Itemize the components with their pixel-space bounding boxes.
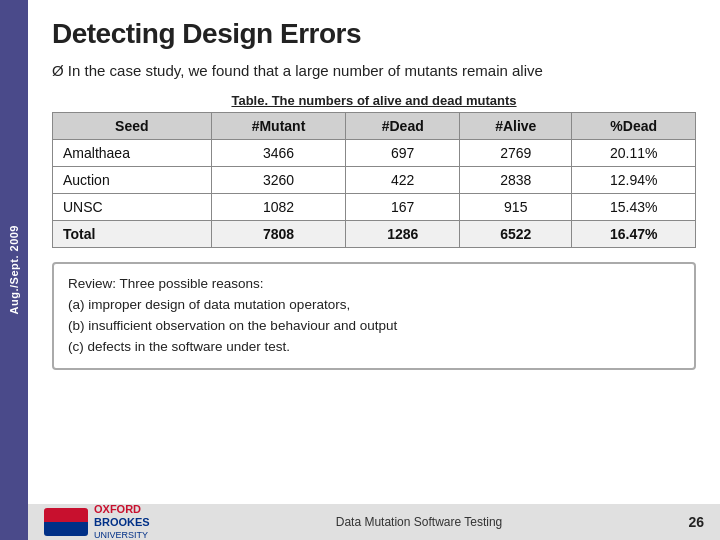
sidebar-label: Aug./Sept. 2009	[8, 225, 20, 314]
data-table: Seed #Mutant #Dead #Alive %Dead Amalthae…	[52, 112, 696, 248]
cell-alive: 2769	[460, 140, 572, 167]
footer: OXFORDBROOKESUNIVERSITY Data Mutation So…	[28, 504, 720, 540]
logo-top	[44, 508, 88, 522]
footer-slide-text: Data Mutation Software Testing	[336, 515, 503, 529]
cell-pctdead: 15.43%	[572, 194, 696, 221]
cell-seed: UNSC	[53, 194, 212, 221]
table-row: Amalthaea 3466 697 2769 20.11%	[53, 140, 696, 167]
table-caption: Table. The numbers of alive and dead mut…	[52, 93, 696, 108]
table-total-row: Total 7808 1286 6522 16.47%	[53, 221, 696, 248]
cell-total-alive: 6522	[460, 221, 572, 248]
cell-alive: 915	[460, 194, 572, 221]
col-pctdead: %Dead	[572, 113, 696, 140]
col-mutant: #Mutant	[211, 113, 346, 140]
table-section: Table. The numbers of alive and dead mut…	[52, 93, 696, 248]
col-dead: #Dead	[346, 113, 460, 140]
cell-pctdead: 12.94%	[572, 167, 696, 194]
footer-page-number: 26	[688, 514, 704, 530]
cell-mutant: 3260	[211, 167, 346, 194]
cell-total-label: Total	[53, 221, 212, 248]
cell-alive: 2838	[460, 167, 572, 194]
cell-mutant: 1082	[211, 194, 346, 221]
sidebar-strip: Aug./Sept. 2009	[0, 0, 28, 540]
cell-seed: Amalthaea	[53, 140, 212, 167]
cell-seed: Auction	[53, 167, 212, 194]
cell-dead: 697	[346, 140, 460, 167]
cell-pctdead: 20.11%	[572, 140, 696, 167]
page-title: Detecting Design Errors	[52, 18, 696, 50]
cell-total-dead: 1286	[346, 221, 460, 248]
logo: OXFORDBROOKESUNIVERSITY	[44, 503, 150, 540]
table-row: UNSC 1082 167 915 15.43%	[53, 194, 696, 221]
oxford-brookes-logo	[44, 508, 88, 536]
table-row: Auction 3260 422 2838 12.94%	[53, 167, 696, 194]
cell-total-pctdead: 16.47%	[572, 221, 696, 248]
col-seed: Seed	[53, 113, 212, 140]
cell-dead: 422	[346, 167, 460, 194]
table-header-row: Seed #Mutant #Dead #Alive %Dead	[53, 113, 696, 140]
cell-dead: 167	[346, 194, 460, 221]
cell-total-mutant: 7808	[211, 221, 346, 248]
cell-mutant: 3466	[211, 140, 346, 167]
review-box: Review: Three possible reasons:(a) impro…	[52, 262, 696, 370]
logo-bottom	[44, 522, 88, 536]
main-content: Detecting Design Errors In the case stud…	[28, 0, 720, 540]
col-alive: #Alive	[460, 113, 572, 140]
bullet-text: In the case study, we found that a large…	[52, 60, 696, 81]
